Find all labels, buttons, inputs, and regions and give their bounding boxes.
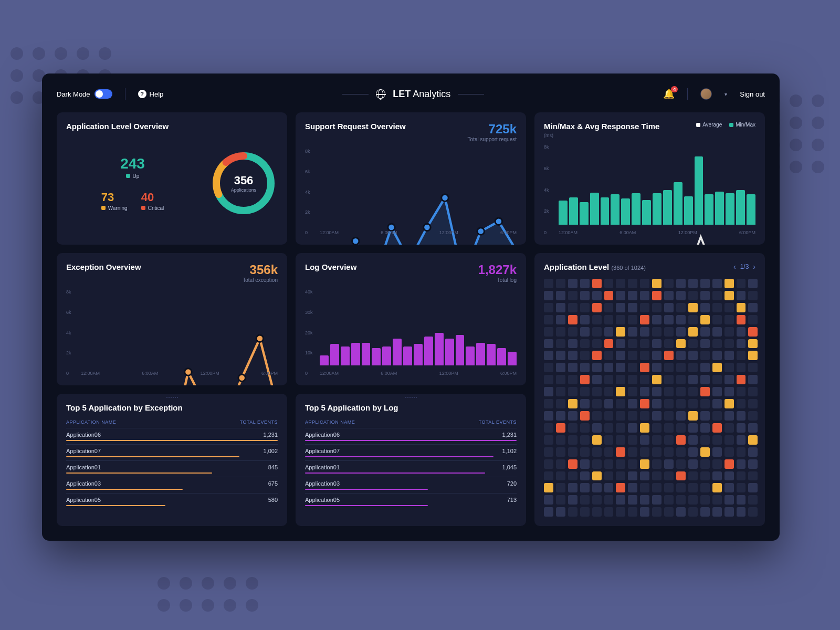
- app-cell[interactable]: [568, 279, 578, 288]
- app-cell[interactable]: [652, 363, 662, 372]
- app-cell[interactable]: [748, 483, 758, 492]
- app-cell[interactable]: [628, 363, 637, 372]
- app-cell[interactable]: [580, 459, 590, 469]
- app-cell[interactable]: [737, 327, 746, 337]
- app-cell[interactable]: [748, 399, 758, 408]
- app-cell[interactable]: [580, 447, 590, 457]
- app-cell[interactable]: [724, 399, 734, 408]
- app-cell[interactable]: [616, 507, 625, 517]
- app-cell[interactable]: [688, 399, 698, 408]
- app-cell[interactable]: [712, 303, 722, 312]
- app-cell[interactable]: [724, 339, 734, 349]
- app-cell[interactable]: [640, 279, 649, 288]
- app-cell[interactable]: [628, 351, 637, 360]
- app-cell[interactable]: [676, 471, 686, 481]
- app-cell[interactable]: [544, 375, 553, 384]
- app-cell[interactable]: [712, 411, 722, 421]
- app-cell[interactable]: [724, 423, 734, 433]
- app-cell[interactable]: [724, 279, 734, 288]
- app-cell[interactable]: [652, 315, 662, 324]
- app-cell[interactable]: [712, 279, 722, 288]
- app-cell[interactable]: [712, 351, 722, 360]
- app-cell[interactable]: [568, 435, 578, 445]
- app-cell[interactable]: [700, 435, 710, 445]
- app-cell[interactable]: [568, 363, 578, 372]
- app-cell[interactable]: [664, 315, 674, 324]
- app-cell[interactable]: [628, 375, 637, 384]
- app-cell[interactable]: [580, 291, 590, 300]
- app-cell[interactable]: [688, 447, 698, 457]
- app-cell[interactable]: [568, 315, 578, 324]
- app-cell[interactable]: [737, 459, 746, 469]
- app-cell[interactable]: [544, 447, 553, 457]
- app-cell[interactable]: [604, 483, 614, 492]
- app-cell[interactable]: [664, 303, 674, 312]
- app-cell[interactable]: [700, 279, 710, 288]
- app-cell[interactable]: [604, 375, 614, 384]
- app-cell[interactable]: [724, 363, 734, 372]
- app-cell[interactable]: [604, 291, 614, 300]
- app-cell[interactable]: [580, 327, 590, 337]
- app-cell[interactable]: [592, 279, 602, 288]
- app-cell[interactable]: [700, 447, 710, 457]
- app-cell[interactable]: [676, 351, 686, 360]
- app-cell[interactable]: [688, 291, 698, 300]
- app-cell[interactable]: [592, 447, 602, 457]
- app-cell[interactable]: [556, 327, 565, 337]
- app-cell[interactable]: [616, 423, 625, 433]
- app-cell[interactable]: [544, 363, 553, 372]
- app-cell[interactable]: [616, 303, 625, 312]
- app-cell[interactable]: [640, 375, 649, 384]
- app-cell[interactable]: [640, 351, 649, 360]
- app-cell[interactable]: [676, 399, 686, 408]
- app-cell[interactable]: [700, 471, 710, 481]
- app-cell[interactable]: [628, 411, 637, 421]
- app-cell[interactable]: [737, 279, 746, 288]
- app-cell[interactable]: [737, 375, 746, 384]
- app-cell[interactable]: [724, 483, 734, 492]
- app-cell[interactable]: [628, 291, 637, 300]
- app-cell[interactable]: [688, 483, 698, 492]
- app-cell[interactable]: [580, 279, 590, 288]
- app-cell[interactable]: [640, 387, 649, 396]
- app-cell[interactable]: [616, 399, 625, 408]
- app-cell[interactable]: [652, 339, 662, 349]
- app-cell[interactable]: [700, 303, 710, 312]
- app-cell[interactable]: [700, 399, 710, 408]
- app-cell[interactable]: [556, 339, 565, 349]
- app-cell[interactable]: [628, 399, 637, 408]
- app-cell[interactable]: [640, 291, 649, 300]
- app-cell[interactable]: [604, 279, 614, 288]
- app-cell[interactable]: [592, 351, 602, 360]
- app-cell[interactable]: [748, 507, 758, 517]
- app-cell[interactable]: [676, 411, 686, 421]
- app-cell[interactable]: [640, 315, 649, 324]
- app-cell[interactable]: [676, 387, 686, 396]
- app-cell[interactable]: [724, 459, 734, 469]
- app-cell[interactable]: [640, 423, 649, 433]
- app-cell[interactable]: [652, 351, 662, 360]
- app-cell[interactable]: [724, 303, 734, 312]
- app-cell[interactable]: [688, 435, 698, 445]
- app-cell[interactable]: [676, 459, 686, 469]
- app-cell[interactable]: [652, 423, 662, 433]
- app-cell[interactable]: [664, 495, 674, 505]
- app-cell[interactable]: [688, 495, 698, 505]
- app-cell[interactable]: [748, 363, 758, 372]
- app-cell[interactable]: [544, 435, 553, 445]
- app-cell[interactable]: [544, 315, 553, 324]
- app-cell[interactable]: [688, 471, 698, 481]
- app-cell[interactable]: [604, 387, 614, 396]
- app-cell[interactable]: [676, 375, 686, 384]
- app-cell[interactable]: [580, 399, 590, 408]
- app-cell[interactable]: [616, 375, 625, 384]
- app-cell[interactable]: [640, 303, 649, 312]
- app-cell[interactable]: [700, 375, 710, 384]
- app-cell[interactable]: [664, 279, 674, 288]
- app-cell[interactable]: [664, 411, 674, 421]
- app-cell[interactable]: [628, 303, 637, 312]
- app-cell[interactable]: [592, 411, 602, 421]
- app-cell[interactable]: [604, 495, 614, 505]
- toggle-switch[interactable]: [94, 89, 112, 99]
- app-cell[interactable]: [688, 363, 698, 372]
